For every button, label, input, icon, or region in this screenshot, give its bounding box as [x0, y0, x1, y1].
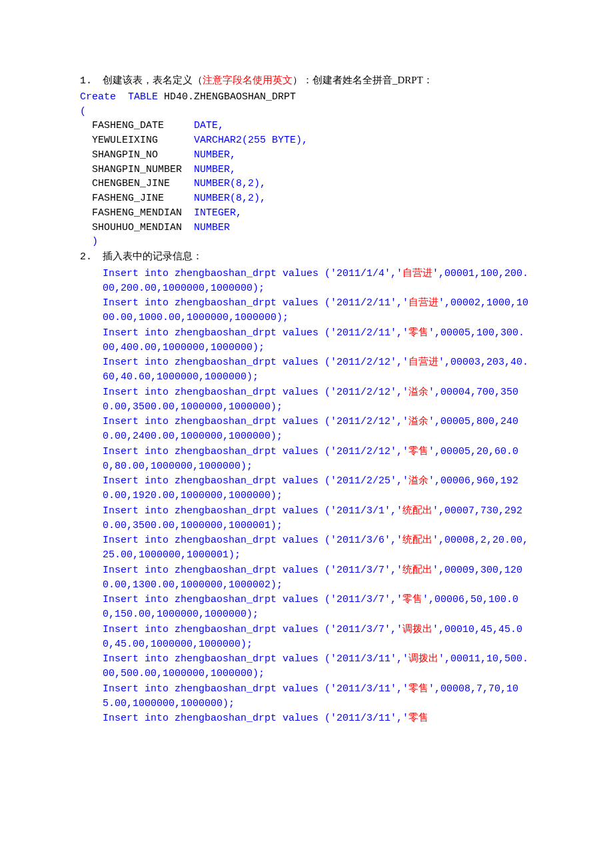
insert-red: 溢余: [408, 386, 428, 397]
insert-sql: Insert into zhengbaoshan_drpt values ('2…: [103, 535, 402, 546]
insert-red: 溢余: [408, 475, 428, 485]
insert-sql: Insert into zhengbaoshan_drpt values ('2…: [103, 357, 408, 368]
insert-row: Insert into zhengbaoshan_drpt values ('2…: [103, 266, 529, 296]
heading-2-number: 2.: [80, 250, 103, 265]
insert-red: 调拨出: [408, 653, 438, 663]
insert-red: 自营进: [408, 297, 438, 307]
kw-table: TABLE: [128, 91, 158, 103]
insert-block: Insert into zhengbaoshan_drpt values ('2…: [103, 266, 529, 726]
insert-sql: Insert into zhengbaoshan_drpt values ('2…: [103, 297, 408, 309]
insert-sql: Insert into zhengbaoshan_drpt values ('2…: [103, 475, 408, 487]
insert-row: Insert into zhengbaoshan_drpt values ('2…: [103, 651, 529, 681]
insert-red: 零售: [402, 593, 422, 604]
insert-red: 零售: [408, 445, 428, 456]
insert-row: Insert into zhengbaoshan_drpt values ('2…: [103, 681, 529, 711]
insert-red: 零售: [408, 683, 428, 693]
create-tablename: HD40.ZHENGBAOSHAN_DRPT: [164, 91, 296, 103]
insert-row: Insert into zhengbaoshan_drpt values ('2…: [103, 444, 529, 474]
insert-row: Insert into zhengbaoshan_drpt values ('2…: [103, 711, 529, 726]
heading-2-text: 插入表中的记录信息：: [103, 251, 203, 261]
kw-create: Create: [80, 91, 116, 103]
insert-row: Insert into zhengbaoshan_drpt values ('2…: [103, 355, 529, 385]
insert-row: Insert into zhengbaoshan_drpt values ('2…: [103, 592, 529, 622]
insert-red: 自营进: [402, 267, 432, 278]
insert-row: Insert into zhengbaoshan_drpt values ('2…: [103, 414, 529, 444]
insert-row: Insert into zhengbaoshan_drpt values ('2…: [103, 385, 529, 415]
insert-row: Insert into zhengbaoshan_drpt values ('2…: [103, 622, 529, 652]
insert-sql: Insert into zhengbaoshan_drpt values ('2…: [103, 713, 408, 724]
insert-sql: Insert into zhengbaoshan_drpt values ('2…: [103, 683, 408, 695]
insert-red: 零售: [408, 712, 428, 723]
insert-row: Insert into zhengbaoshan_drpt values ('2…: [103, 563, 529, 593]
heading-1-red: 注意字段名使用英文: [203, 75, 293, 85]
heading-1-part1: 创建该表，表名定义（: [103, 75, 203, 85]
insert-red: 溢余: [408, 415, 428, 426]
heading-2: 2.插入表中的记录信息：: [80, 249, 613, 265]
insert-row: Insert into zhengbaoshan_drpt values ('2…: [103, 295, 529, 325]
insert-row: Insert into zhengbaoshan_drpt values ('2…: [103, 473, 529, 503]
paren-open: (: [80, 106, 86, 117]
insert-sql: Insert into zhengbaoshan_drpt values ('2…: [103, 327, 408, 339]
paren-close: ): [92, 236, 98, 247]
insert-red: 自营进: [408, 356, 438, 367]
heading-1: 1.创建该表，表名定义（注意字段名使用英文）：创建者姓名全拼音_DRPT：: [80, 73, 613, 89]
heading-1-number: 1.: [80, 74, 103, 89]
insert-red: 零售: [408, 327, 428, 337]
insert-row: Insert into zhengbaoshan_drpt values ('2…: [103, 325, 529, 355]
insert-sql: Insert into zhengbaoshan_drpt values ('2…: [103, 565, 402, 576]
insert-red: 统配出: [402, 564, 432, 575]
insert-sql: Insert into zhengbaoshan_drpt values ('2…: [103, 653, 408, 665]
insert-row: Insert into zhengbaoshan_drpt values ('2…: [103, 503, 529, 533]
insert-sql: Insert into zhengbaoshan_drpt values ('2…: [103, 594, 402, 605]
heading-1-part2: ）：创建者姓名全拼音_DRPT：: [293, 75, 433, 85]
insert-sql: Insert into zhengbaoshan_drpt values ('2…: [103, 416, 408, 427]
insert-sql: Insert into zhengbaoshan_drpt values ('2…: [103, 505, 402, 517]
insert-sql: Insert into zhengbaoshan_drpt values ('2…: [103, 446, 408, 457]
insert-sql: Insert into zhengbaoshan_drpt values ('2…: [103, 268, 402, 279]
insert-row: Insert into zhengbaoshan_drpt values ('2…: [103, 533, 529, 563]
insert-red: 统配出: [402, 505, 432, 515]
insert-sql: Insert into zhengbaoshan_drpt values ('2…: [103, 624, 402, 635]
insert-sql: Insert into zhengbaoshan_drpt values ('2…: [103, 387, 408, 398]
column-rows: FASHENG_DATE DATE, YEWULEIXING VARCHAR2(…: [80, 120, 308, 233]
insert-red: 统配出: [402, 534, 432, 545]
create-table-block: Create TABLE HD40.ZHENGBAOSHAN_DRPT ( FA…: [80, 90, 613, 249]
insert-red: 调拨出: [402, 623, 432, 634]
